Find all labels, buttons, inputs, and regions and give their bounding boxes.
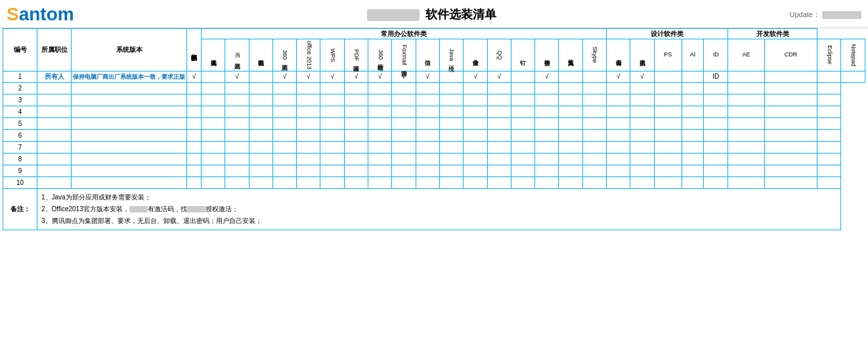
header: S antom 软件选装清单 Update： — [0, 0, 868, 28]
sw-ae: AE — [728, 39, 765, 72]
sw-ie: IE浏览器 — [225, 39, 249, 72]
sw-pdfreader: PDF阅读器 — [344, 39, 368, 72]
sw-wubi: 五笔输入法 — [559, 39, 582, 72]
sw-eclipse: Eclipse — [817, 39, 841, 72]
page-title: 软件选装清单 — [74, 7, 790, 22]
sw-chrome: 谷歌浏览器 — [249, 39, 272, 72]
update-info: Update： — [789, 10, 861, 20]
remarks-row: 备注： 1、Java为部分应用或财务需要安装； 2、Office2013官方版本… — [3, 188, 865, 230]
logo-antom: antom — [19, 4, 74, 25]
row-num: 1 — [3, 71, 37, 82]
col-num-header: 编号 — [3, 29, 37, 72]
table-row: 8 — [3, 153, 865, 165]
sw-java: Java环境 — [439, 39, 463, 72]
sw-tencent-sec: 腾讯安点 — [630, 39, 654, 72]
sw-ps: PS — [654, 39, 682, 72]
update-label: Update： — [789, 10, 819, 18]
sw-ai: AI — [682, 39, 703, 72]
software-table: 编号 所属职位 系统版本 连接打印机 常用办公软件类 设计软件类 开发软件类 火… — [3, 28, 865, 230]
sw-360browser: 360浏览器 — [272, 39, 296, 72]
sw-firefox: 火狐浏览器 — [202, 39, 225, 72]
col-sys-header: 系统版本 — [72, 29, 187, 72]
sw-360zip: 360压缩软件 — [368, 39, 392, 72]
sw-cdr: CDR — [764, 39, 817, 72]
remarks-label: 备注： — [3, 188, 37, 230]
title-blur-block — [367, 9, 420, 21]
sw-sogou: 搜狗拼音 — [535, 39, 559, 72]
table-row: 5 — [3, 117, 865, 129]
sw-dingtalk: 钉钉 — [511, 39, 534, 72]
sw-foxmail: Foxmail客户端 — [392, 39, 416, 72]
table-row: 10 — [3, 176, 865, 188]
col-conn-header: 连接打印机 — [187, 29, 202, 72]
table-row: 1 所有人 保持电脑厂商出厂系统版本一致，要求正版 √ √ √ √ √ √ √ … — [3, 71, 865, 82]
col-dept-header: 所属职位 — [37, 29, 72, 72]
table-row: 7 — [3, 141, 865, 153]
sw-wps: WPS — [320, 39, 344, 72]
category-design: 设计软件类 — [607, 29, 728, 39]
row-dept: 所有人 — [37, 71, 72, 82]
sw-wechat: 微信 — [416, 39, 439, 72]
category-dev: 开发软件类 — [728, 29, 817, 39]
table-row: 4 — [3, 106, 865, 117]
sw-notepad: Notepad — [841, 39, 865, 72]
table-row: 3 — [3, 94, 865, 106]
category-office: 常用办公软件类 — [202, 29, 607, 39]
logo-s: S — [7, 4, 19, 25]
sw-enterprise-wechat: 企业微信 — [464, 39, 487, 72]
row-conn: √ — [187, 71, 202, 82]
title-text: 软件选装清单 — [425, 8, 496, 21]
table-row: 2 — [3, 82, 865, 94]
update-value-blur — [822, 11, 861, 19]
table-row: 6 — [3, 129, 865, 141]
sw-id: ID — [704, 39, 728, 72]
remarks-content: 1、Java为部分应用或财务需要安装； 2、Office2013官方版本安装，有… — [37, 188, 841, 230]
table-wrapper: 编号 所属职位 系统版本 连接打印机 常用办公软件类 设计软件类 开发软件类 火… — [0, 28, 868, 230]
category-group-row: 编号 所属职位 系统版本 连接打印机 常用办公软件类 设计软件类 开发软件类 — [3, 29, 865, 39]
logo: S antom — [7, 4, 74, 25]
table-row: 9 — [3, 165, 865, 176]
sw-skype: Skype — [582, 39, 606, 72]
sw-qq: QQ — [487, 39, 511, 72]
row-sys: 保持电脑厂商出厂系统版本一致，要求正版 — [72, 71, 187, 82]
sw-jinshan: 金山毒霸 — [607, 39, 630, 72]
sw-office2013: office 2013 — [297, 39, 320, 72]
